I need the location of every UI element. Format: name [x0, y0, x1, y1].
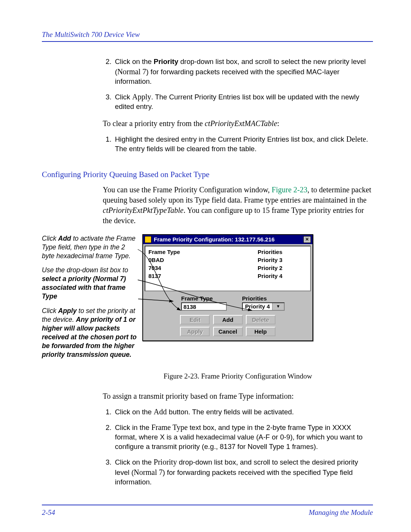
annotation-2: Use the drop-down list box to select a p…	[42, 266, 137, 301]
chevron-down-icon[interactable]: ▼	[272, 303, 284, 310]
priority-entries-list[interactable]: Frame Type Priorities 0BADPriority 3 703…	[145, 246, 311, 291]
step-2: Click on the Priority drop-down list box…	[113, 57, 373, 86]
list-row[interactable]: 8137Priority 4	[145, 272, 310, 280]
delete-button[interactable]: Delete	[246, 315, 276, 324]
frame-type-input[interactable]: 8138	[181, 302, 227, 311]
assign-intro: To assign a transmit priority based on f…	[103, 391, 373, 401]
section-heading: Configuring Priority Queuing Based on Pa…	[42, 170, 373, 179]
annotation-1: Click Add to activate the Frame Type fie…	[42, 234, 137, 260]
priority-dropdown[interactable]: Priority 4 ▼	[242, 302, 285, 311]
assign-step-3: Click on the Priority drop-down list box…	[113, 457, 373, 487]
titlebar: Frame Priority Configuration: 132.177.56…	[143, 235, 312, 244]
apply-button[interactable]: Apply	[180, 327, 210, 336]
running-header: The MultiSwitch 700 Device View	[42, 30, 373, 39]
dialog-title: Frame Priority Configuration: 132.177.56…	[154, 236, 275, 243]
header-rule	[42, 41, 373, 42]
assign-step-2: Click in the Frame Type text box, and ty…	[113, 422, 373, 452]
label-priorities: Priorities	[242, 295, 284, 302]
add-button[interactable]: Add	[213, 315, 243, 324]
top-step-list: Click on the Priority drop-down list box…	[103, 57, 373, 112]
footer-section: Managing the Module	[309, 508, 373, 517]
list-row[interactable]: 7034Priority 2	[145, 264, 310, 272]
page-number: 2-54	[42, 508, 55, 517]
clear-step-list: Highlight the desired entry in the Curre…	[103, 134, 373, 154]
label-frame-type: Frame Type	[181, 295, 242, 302]
col-header-priorities: Priorities	[258, 249, 307, 255]
annotation-3: Click Apply to set the priority at the d…	[42, 307, 137, 359]
clear-intro: To clear a priority entry from the ctPri…	[103, 118, 373, 129]
assign-step-list: Click on the Add button. The entry field…	[103, 407, 373, 487]
frame-priority-dialog: Frame Priority Configuration: 132.177.56…	[142, 234, 313, 341]
col-header-frame-type: Frame Type	[148, 249, 258, 255]
close-icon[interactable]: ×	[303, 236, 311, 243]
page-footer: 2-54 Managing the Module	[42, 505, 373, 517]
edit-button[interactable]: Edit	[180, 315, 210, 324]
help-button[interactable]: Help	[246, 327, 276, 336]
step-3: Click Apply. The Current Priority Entrie…	[113, 92, 373, 112]
figure-ref-link[interactable]: Figure 2-23	[272, 185, 307, 194]
annotation-column: Click Add to activate the Frame Type fie…	[42, 234, 137, 364]
clear-step-1: Highlight the desired entry in the Curre…	[113, 134, 373, 154]
list-row[interactable]: 0BADPriority 3	[145, 256, 310, 264]
figure-caption: Figure 2-23. Frame Priority Configuratio…	[103, 372, 373, 380]
assign-step-1: Click on the Add button. The entry field…	[113, 407, 373, 417]
app-icon	[145, 236, 151, 243]
cancel-button[interactable]: Cancel	[213, 327, 243, 336]
section-intro: You can use the Frame Priority Configura…	[103, 185, 373, 226]
